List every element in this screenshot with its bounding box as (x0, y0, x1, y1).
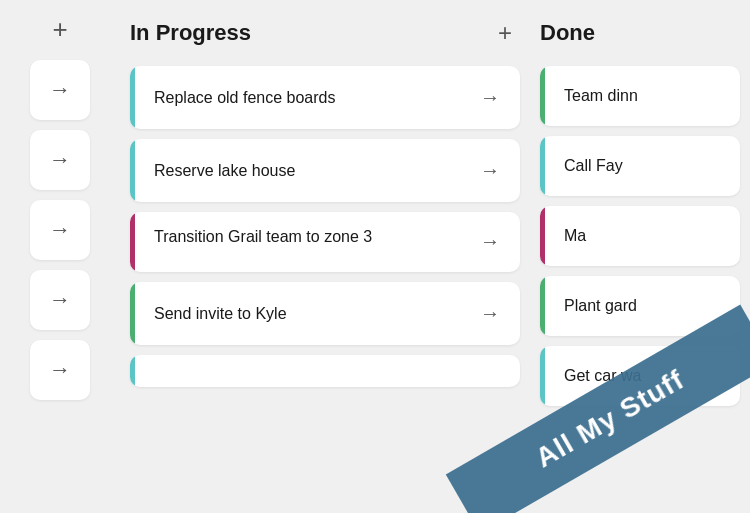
in-progress-add-button[interactable]: + (490, 17, 520, 49)
left-arrow-4[interactable]: → (30, 270, 90, 330)
done-card-accent-1 (540, 66, 545, 126)
done-card-2[interactable]: Call Fay (540, 136, 740, 196)
done-card-accent-2 (540, 136, 545, 196)
done-card-1[interactable]: Team dinn (540, 66, 740, 126)
left-column: + → → → → → (0, 0, 120, 513)
card-text-4: Send invite to Kyle (144, 303, 474, 325)
card-accent-2 (130, 139, 135, 202)
done-card-text-1: Team dinn (554, 87, 726, 105)
done-card-accent-3 (540, 206, 545, 266)
card-accent-3 (130, 212, 135, 272)
done-card-text-4: Plant gard (554, 297, 726, 315)
card-arrow-3[interactable]: → (474, 226, 506, 257)
left-arrow-1[interactable]: → (30, 60, 90, 120)
card-text-1: Replace old fence boards (144, 87, 474, 109)
in-progress-title: In Progress (130, 20, 251, 46)
card-accent-5 (130, 355, 135, 387)
card-arrow-1[interactable]: → (474, 82, 506, 113)
done-title: Done (540, 20, 595, 46)
done-card-4[interactable]: Plant gard (540, 276, 740, 336)
done-card-text-2: Call Fay (554, 157, 726, 175)
card-arrow-2[interactable]: → (474, 155, 506, 186)
done-column: Done Team dinn Call Fay Ma Plant gard Ge… (530, 0, 750, 513)
done-card-text-5: Get car wa (554, 367, 726, 385)
card-text-2: Reserve lake house (144, 160, 474, 182)
done-header: Done (540, 12, 740, 54)
in-progress-card-5[interactable] (130, 355, 520, 387)
left-arrow-3[interactable]: → (30, 200, 90, 260)
left-arrow-5[interactable]: → (30, 340, 90, 400)
in-progress-column: In Progress + Replace old fence boards →… (120, 0, 530, 513)
in-progress-card-4[interactable]: Send invite to Kyle → (130, 282, 520, 345)
card-accent-1 (130, 66, 135, 129)
in-progress-card-1[interactable]: Replace old fence boards → (130, 66, 520, 129)
done-card-3[interactable]: Ma (540, 206, 740, 266)
in-progress-card-2[interactable]: Reserve lake house → (130, 139, 520, 202)
card-accent-4 (130, 282, 135, 345)
done-card-text-3: Ma (554, 227, 726, 245)
left-arrow-2[interactable]: → (30, 130, 90, 190)
left-add-button[interactable]: + (44, 12, 75, 46)
done-card-accent-5 (540, 346, 545, 406)
done-card-accent-4 (540, 276, 545, 336)
card-arrow-4[interactable]: → (474, 298, 506, 329)
in-progress-card-3[interactable]: Transition Grail team to zone 3 → (130, 212, 520, 272)
in-progress-header: In Progress + (130, 12, 520, 54)
done-card-5[interactable]: Get car wa (540, 346, 740, 406)
card-text-3: Transition Grail team to zone 3 (144, 226, 474, 248)
